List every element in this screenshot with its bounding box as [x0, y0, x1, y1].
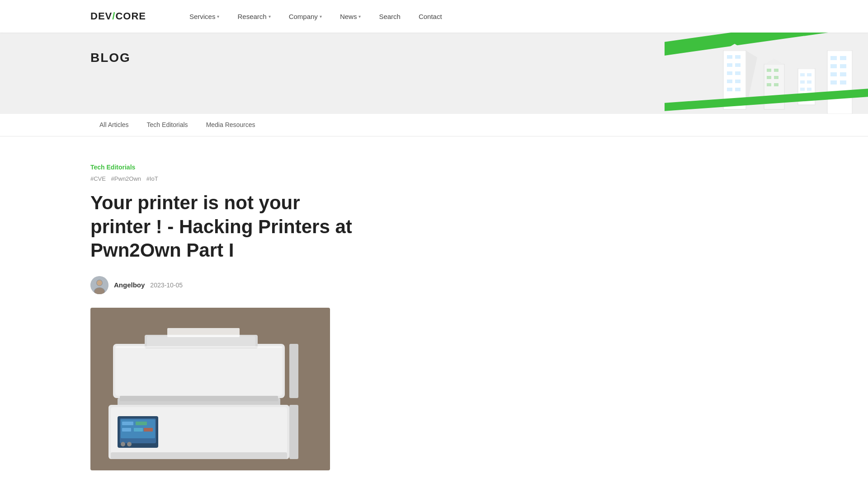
buildings-svg — [665, 33, 868, 114]
nav-label-contact: Contact — [419, 13, 442, 20]
printer-image-svg — [90, 308, 330, 470]
article-date: 2023-10-05 — [150, 282, 183, 289]
svg-marker-31 — [827, 42, 852, 51]
svg-rect-29 — [807, 88, 811, 91]
logo-slash-char: / — [112, 10, 115, 22]
logo-text: DEV/CORE — [90, 10, 146, 22]
nav-label-company: Company — [289, 13, 318, 20]
svg-rect-19 — [774, 76, 778, 79]
tab-all-articles[interactable]: All Articles — [90, 114, 138, 136]
chevron-down-icon: ▾ — [320, 14, 322, 19]
svg-rect-24 — [800, 73, 805, 76]
svg-rect-50 — [147, 336, 255, 347]
svg-rect-10 — [727, 80, 732, 83]
nav-item-search[interactable]: Search — [372, 9, 408, 24]
tab-tech-editorials-label: Tech Editorials — [147, 121, 188, 128]
svg-rect-13 — [735, 88, 741, 91]
nav-label-services: Services — [189, 13, 216, 20]
article-tags: #CVE #Pwn2Own #IoT — [90, 175, 778, 182]
svg-point-64 — [127, 442, 132, 446]
svg-rect-16 — [767, 69, 771, 72]
svg-rect-32 — [830, 56, 837, 60]
chevron-down-icon: ▾ — [359, 14, 361, 19]
svg-rect-5 — [735, 55, 741, 59]
svg-rect-67 — [289, 344, 298, 398]
svg-rect-25 — [807, 73, 811, 76]
svg-rect-21 — [774, 83, 778, 86]
article-title: Your printer is not your printer ! - Hac… — [90, 191, 362, 263]
svg-rect-27 — [807, 80, 811, 84]
hero-banner: BLOG — [0, 33, 868, 114]
tag-cve: #CVE — [90, 175, 106, 182]
author-name: Angelboy — [114, 281, 145, 289]
article-category[interactable]: Tech Editorials — [90, 164, 778, 171]
svg-rect-68 — [115, 346, 283, 348]
main-nav: Services ▾ Research ▾ Company ▾ News ▾ S… — [182, 9, 778, 24]
svg-rect-58 — [122, 422, 133, 425]
svg-point-63 — [121, 442, 125, 446]
svg-rect-39 — [840, 80, 846, 84]
svg-rect-66 — [289, 405, 298, 459]
chevron-down-icon: ▾ — [269, 14, 271, 19]
main-content: Tech Editorials #CVE #Pwn2Own #IoT Your … — [0, 136, 868, 488]
chevron-down-icon: ▾ — [217, 14, 219, 19]
svg-rect-69 — [167, 328, 240, 337]
svg-rect-35 — [840, 64, 846, 68]
svg-rect-65 — [111, 452, 287, 459]
svg-rect-37 — [840, 72, 846, 76]
svg-rect-62 — [144, 428, 153, 432]
article-meta: Angelboy 2023-10-05 — [90, 276, 778, 294]
tab-media-resources-label: Media Resources — [206, 121, 255, 128]
article-hero-image — [90, 308, 330, 470]
nav-label-research: Research — [237, 13, 266, 20]
svg-rect-28 — [800, 88, 805, 91]
svg-rect-4 — [727, 55, 732, 59]
nav-label-news: News — [340, 13, 357, 20]
hero-illustration — [665, 33, 868, 114]
svg-rect-6 — [727, 63, 732, 67]
tab-tech-editorials[interactable]: Tech Editorials — [138, 114, 197, 136]
svg-marker-23 — [798, 64, 815, 69]
tab-all-articles-label: All Articles — [99, 121, 129, 128]
svg-rect-38 — [830, 80, 837, 84]
nav-item-services[interactable]: Services ▾ — [182, 9, 227, 24]
svg-rect-61 — [134, 428, 143, 432]
svg-rect-20 — [767, 83, 771, 86]
author-avatar — [90, 276, 108, 294]
svg-rect-9 — [735, 71, 741, 75]
svg-rect-59 — [136, 422, 147, 425]
svg-point-44 — [97, 280, 102, 286]
tag-pwn2own: #Pwn2Own — [111, 175, 141, 182]
nav-item-contact[interactable]: Contact — [411, 9, 449, 24]
svg-rect-60 — [122, 428, 131, 432]
svg-rect-48 — [115, 346, 283, 396]
svg-rect-7 — [735, 63, 741, 67]
svg-rect-18 — [767, 76, 771, 79]
nav-label-search: Search — [379, 13, 401, 20]
blog-tabs-bar: All Articles Tech Editorials Media Resou… — [0, 114, 868, 136]
svg-rect-33 — [840, 56, 846, 60]
site-header: DEV/CORE Services ▾ Research ▾ Company ▾… — [0, 0, 868, 33]
svg-rect-26 — [800, 80, 805, 84]
nav-item-news[interactable]: News ▾ — [333, 9, 368, 24]
svg-marker-15 — [764, 59, 784, 64]
svg-rect-8 — [727, 71, 732, 75]
svg-rect-11 — [735, 80, 741, 83]
logo[interactable]: DEV/CORE — [90, 10, 146, 22]
svg-rect-36 — [830, 72, 837, 76]
svg-rect-17 — [774, 69, 778, 72]
tab-media-resources[interactable]: Media Resources — [197, 114, 264, 136]
svg-rect-52 — [120, 396, 278, 401]
tag-iot: #IoT — [146, 175, 158, 182]
nav-item-company[interactable]: Company ▾ — [282, 9, 329, 24]
svg-rect-34 — [830, 64, 837, 68]
nav-item-research[interactable]: Research ▾ — [230, 9, 278, 24]
svg-rect-12 — [727, 88, 732, 91]
avatar-image — [90, 276, 108, 294]
